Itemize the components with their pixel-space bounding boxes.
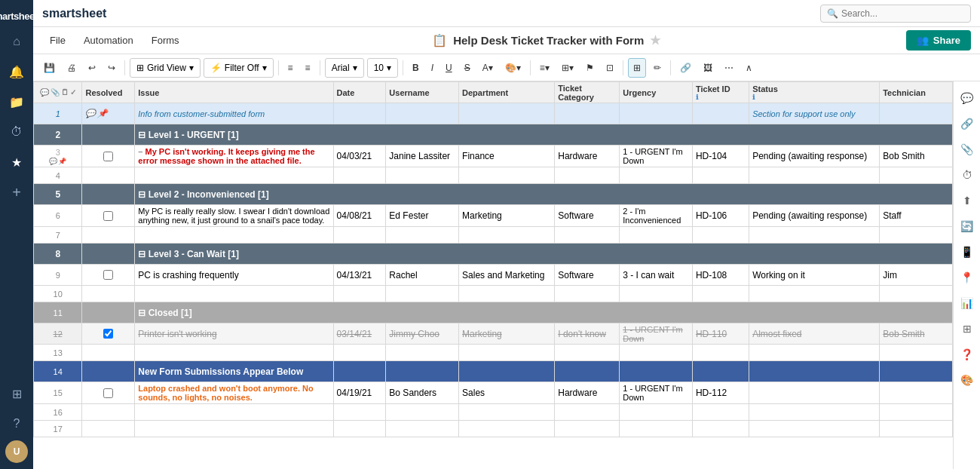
row-ticket-id[interactable]: HD-106 <box>692 205 749 227</box>
font-size-dropdown[interactable]: 10 ▾ <box>367 58 398 78</box>
sidebar-clock-icon[interactable]: ⏱ <box>3 118 30 146</box>
row-department[interactable]: Marketing <box>459 205 555 227</box>
font-dropdown[interactable]: Arial ▾ <box>325 58 364 78</box>
row-username[interactable]: Jimmy Choo <box>386 323 459 345</box>
row-urgency[interactable]: 1 - URGENT I'm Down <box>620 146 693 167</box>
sync-panel-icon[interactable]: 🔄 <box>957 216 978 237</box>
menu-file[interactable]: File <box>42 32 73 49</box>
sidebar-plus-icon[interactable]: + <box>3 179 30 206</box>
table-row[interactable]: 6 My PC is really really slow. I swear I… <box>34 205 953 227</box>
underline-button[interactable]: U <box>441 58 457 78</box>
row-username[interactable]: Ed Fester <box>386 205 459 227</box>
row-urgency[interactable]: 1 - URGENT I'm Down <box>620 323 693 345</box>
row-status[interactable]: Almost fixed <box>749 323 880 345</box>
row-issue[interactable]: My PC is really really slow. I swear I d… <box>135 205 333 227</box>
help-panel-icon[interactable]: ❓ <box>957 344 978 365</box>
table-view-button[interactable]: ⊞ <box>628 58 646 78</box>
history-panel-icon[interactable]: ⏱ <box>957 164 978 185</box>
row-status[interactable]: Pending (awaiting response) <box>749 205 880 227</box>
user-avatar[interactable]: U <box>5 440 28 463</box>
row-issue[interactable]: – My PC isn't working. It keeps giving m… <box>135 146 333 167</box>
text-color-button[interactable]: A▾ <box>478 58 498 78</box>
comments-panel-icon[interactable]: 💬 <box>957 87 978 109</box>
row-technician[interactable]: Jim <box>880 265 953 286</box>
align-center-button[interactable]: ≡ <box>301 58 315 78</box>
row-status[interactable]: Working on it <box>749 265 880 286</box>
more-button[interactable]: ⋯ <box>720 58 738 78</box>
wrap-button[interactable]: ⊞▾ <box>557 58 578 78</box>
favorite-star-icon[interactable]: ★ <box>650 33 660 48</box>
table-row[interactable]: 12 Printer isn't working 03/14/21 Jimmy … <box>34 323 953 345</box>
row-username[interactable]: Bo Sanders <box>386 382 459 404</box>
row-department[interactable]: Sales and Marketing <box>459 265 555 286</box>
sidebar-help-icon[interactable]: ? <box>3 410 30 437</box>
upload-panel-icon[interactable]: ⬆ <box>957 190 978 211</box>
location-panel-icon[interactable]: 📍 <box>957 267 978 288</box>
row-resolved[interactable] <box>82 323 135 345</box>
bold-button[interactable]: B <box>408 58 424 78</box>
italic-button[interactable]: I <box>427 58 438 78</box>
sidebar-star-icon[interactable]: ★ <box>3 149 30 176</box>
redo-button[interactable]: ↪ <box>103 58 120 78</box>
row-resolved[interactable] <box>82 382 135 404</box>
collapse-button[interactable]: ∧ <box>741 58 757 78</box>
row-technician[interactable]: Bob Smith <box>880 146 953 167</box>
row-issue[interactable]: Printer isn't working <box>135 323 333 345</box>
row-username[interactable]: Janine Lassiter <box>386 146 459 167</box>
card-view-button[interactable]: ✏ <box>649 58 666 78</box>
row-department[interactable]: Marketing <box>459 323 555 345</box>
row-resolved[interactable] <box>82 146 135 167</box>
menu-forms[interactable]: Forms <box>144 32 187 49</box>
attachments-panel-icon[interactable]: 📎 <box>957 139 978 160</box>
apps-panel-icon[interactable]: ⊞ <box>957 318 978 339</box>
link-button[interactable]: 🔗 <box>675 58 696 78</box>
sidebar-apps-icon[interactable]: ⊞ <box>3 380 30 407</box>
row-date[interactable]: 04/13/21 <box>333 265 386 286</box>
resolved-checkbox[interactable] <box>103 270 113 280</box>
row-technician[interactable]: Staff <box>880 205 953 227</box>
color-panel-icon[interactable]: 🎨 <box>957 369 978 391</box>
print-button[interactable]: 🖨 <box>63 58 81 78</box>
filter-dropdown[interactable]: ⚡ Filter Off ▾ <box>204 58 274 78</box>
row-date[interactable]: 03/14/21 <box>333 323 386 345</box>
align-button-2[interactable]: ≡▾ <box>535 58 554 78</box>
row-username[interactable]: Rachel <box>386 265 459 286</box>
row-status[interactable] <box>749 382 880 404</box>
row-ticket-id[interactable]: HD-108 <box>692 265 749 286</box>
row-technician[interactable]: Bob Smith <box>880 323 953 345</box>
flag-button[interactable]: ⚑ <box>581 58 599 78</box>
sidebar-home-icon[interactable]: ⌂ <box>3 28 30 55</box>
search-input[interactable] <box>841 8 964 19</box>
row-ticket-category[interactable]: Software <box>555 265 620 286</box>
links-panel-icon[interactable]: 🔗 <box>957 113 978 134</box>
row-date[interactable]: 04/19/21 <box>333 382 386 404</box>
table-row[interactable]: 3 💬 📌 – My PC isn't working. It keeps gi… <box>34 146 953 167</box>
row-ticket-category[interactable]: Hardware <box>555 146 620 167</box>
row-ticket-category[interactable]: Software <box>555 205 620 227</box>
search-box[interactable]: 🔍 <box>820 5 971 23</box>
align-left-button[interactable]: ≡ <box>283 58 298 78</box>
row-date[interactable]: 04/03/21 <box>333 146 386 167</box>
share-button[interactable]: 👥 Share <box>906 30 971 51</box>
resolved-checkbox[interactable] <box>103 388 113 398</box>
row-status[interactable]: Pending (awaiting response) <box>749 146 880 167</box>
row-technician[interactable] <box>880 382 953 404</box>
row-resolved[interactable] <box>82 205 135 227</box>
row-urgency[interactable]: 2 - I'm Inconvenienced <box>620 205 693 227</box>
sidebar-folder-icon[interactable]: 📁 <box>3 88 30 115</box>
row-ticket-id[interactable]: HD-104 <box>692 146 749 167</box>
save-button[interactable]: 💾 <box>39 58 60 78</box>
table-row[interactable]: 9 PC is crashing frequently 04/13/21 Rac… <box>34 265 953 286</box>
row-ticket-category[interactable]: I don't know <box>555 323 620 345</box>
row-date[interactable]: 04/08/21 <box>333 205 386 227</box>
chart-panel-icon[interactable]: 📊 <box>957 293 978 314</box>
format-button[interactable]: ⊡ <box>602 58 618 78</box>
resolved-checkbox[interactable] <box>103 211 113 221</box>
row-ticket-category[interactable]: Hardware <box>555 382 620 404</box>
image-button[interactable]: 🖼 <box>699 58 717 78</box>
row-department[interactable]: Sales <box>459 382 555 404</box>
menu-automation[interactable]: Automation <box>76 32 141 49</box>
undo-button[interactable]: ↩ <box>84 58 100 78</box>
table-row[interactable]: 15 Laptop crashed and won't boot anymore… <box>34 382 953 404</box>
row-issue[interactable]: Laptop crashed and won't boot anymore. N… <box>135 382 333 404</box>
